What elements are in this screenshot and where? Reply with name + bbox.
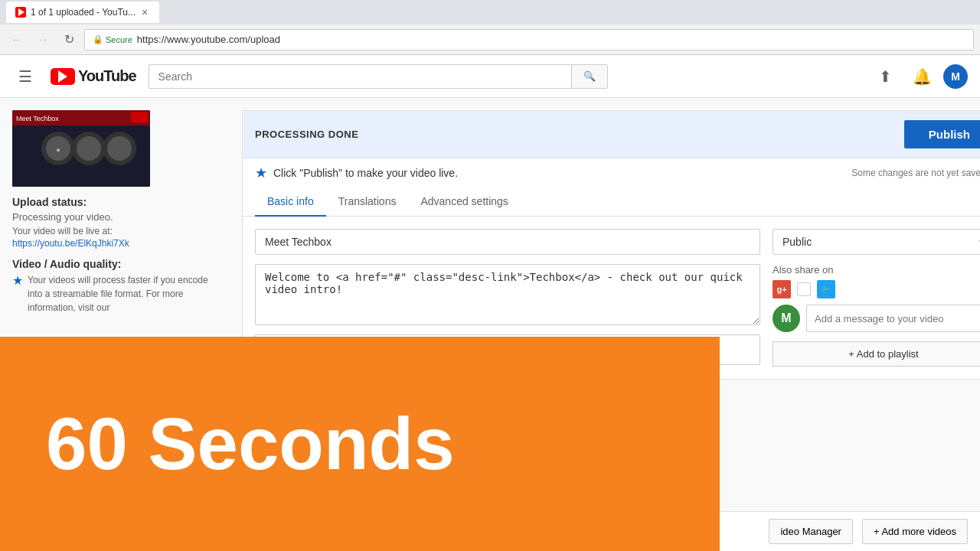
refresh-button[interactable]: ↻ xyxy=(58,29,80,51)
video-manager-label: ideo Manager xyxy=(780,526,841,537)
privacy-select[interactable]: Public Unlisted Private xyxy=(773,229,980,255)
youtube-logo[interactable]: YouTube xyxy=(51,67,136,85)
notification-bar: ★ Click "Publish" to make your video liv… xyxy=(243,158,980,187)
forward-button[interactable]: → xyxy=(32,29,54,51)
video-manager-button[interactable]: ideo Manager xyxy=(769,519,853,544)
svg-text:Meet Techbox: Meet Techbox xyxy=(16,115,59,122)
unsaved-changes-text: Some changes are not yet saved. xyxy=(851,168,980,178)
search-bar: 🔍 xyxy=(149,64,608,89)
bottom-bar: ideo Manager + Add more videos xyxy=(720,511,980,551)
publish-button[interactable]: Publish xyxy=(904,120,980,148)
user-avatar[interactable]: M xyxy=(943,64,968,89)
tab-favicon xyxy=(15,7,26,18)
youtube-logo-icon xyxy=(51,68,75,85)
youtube-header: ☰ YouTube 🔍 ⬆ 🔔 M xyxy=(0,55,980,98)
search-button[interactable]: 🔍 xyxy=(571,64,608,89)
tab-translations[interactable]: Translations xyxy=(326,187,409,217)
quality-section: Video / Audio quality: ★ Your videos wil… xyxy=(12,258,217,315)
youtube-logo-text: YouTube xyxy=(78,67,136,85)
live-at-label: Your video will be live at: xyxy=(12,226,217,236)
address-bar[interactable]: 🔒 Secure https://www.youtube.com/upload xyxy=(84,29,974,51)
svg-point-7 xyxy=(107,136,132,161)
notifications-icon-button[interactable]: 🔔 xyxy=(906,61,937,92)
tabs-bar: Basic info Translations Advanced setting… xyxy=(243,187,980,217)
privacy-wrapper: Public Unlisted Private xyxy=(773,229,980,255)
svg-rect-10 xyxy=(131,112,148,122)
svg-text:●: ● xyxy=(56,145,60,154)
back-button[interactable]: ← xyxy=(6,29,28,51)
twitter-share-button[interactable]: 🐦 xyxy=(817,280,835,298)
live-video-link[interactable]: https://youtu.be/ElKqJhki7Xk xyxy=(12,238,217,249)
google-plus-checkbox[interactable] xyxy=(797,282,811,296)
video-thumbnail: ● Meet Techbox xyxy=(12,110,150,187)
tab-basic-info[interactable]: Basic info xyxy=(255,187,326,217)
processing-status-text: PROCESSING DONE xyxy=(255,129,904,140)
overlay-text: 60 Seconds xyxy=(46,402,455,486)
add-more-videos-button[interactable]: + Add more videos xyxy=(862,519,968,544)
tab-title: 1 of 1 uploaded - YouTu... xyxy=(31,7,136,18)
youtube-play-icon xyxy=(58,70,67,83)
video-description-textarea[interactable]: Welcome to <a href="#" class="desc-link"… xyxy=(255,264,760,325)
upload-status-text: Processing your video. xyxy=(12,211,217,223)
share-row: g+ 🐦 xyxy=(773,280,980,298)
share-message-input[interactable] xyxy=(806,305,980,332)
notification-message: Click "Publish" to make your video live. xyxy=(273,167,845,179)
upload-status-section: Upload status: Processing your video. Yo… xyxy=(12,196,217,249)
also-share-label: Also share on xyxy=(773,264,980,276)
orange-overlay: 60 Seconds xyxy=(0,337,720,551)
form-right: Public Unlisted Private Also share on g+… xyxy=(773,229,980,367)
add-to-playlist-button[interactable]: + Add to playlist xyxy=(773,341,980,367)
quality-title: Video / Audio quality: xyxy=(12,258,217,270)
user-avatar-share: M xyxy=(773,305,800,332)
header-actions: ⬆ 🔔 M xyxy=(870,61,968,92)
upload-status-title: Upload status: xyxy=(12,196,217,208)
hamburger-menu-icon[interactable]: ☰ xyxy=(12,61,38,92)
quality-description: Your videos will process faster if you e… xyxy=(28,273,217,315)
share-message-row: M xyxy=(773,305,980,332)
secure-badge: 🔒 Secure xyxy=(93,34,132,44)
lock-icon: 🔒 xyxy=(93,34,103,44)
quality-star-icon: ★ xyxy=(12,273,23,288)
address-text: https://www.youtube.com/upload xyxy=(137,34,280,45)
search-input[interactable] xyxy=(149,64,571,89)
tab-close-button[interactable]: × xyxy=(142,6,148,18)
tab-advanced-settings[interactable]: Advanced settings xyxy=(408,187,520,217)
browser-tab[interactable]: 1 of 1 uploaded - YouTu... × xyxy=(6,2,159,23)
browser-title-bar: 1 of 1 uploaded - YouTu... × xyxy=(0,0,980,24)
video-title-input[interactable] xyxy=(255,229,760,255)
search-icon: 🔍 xyxy=(583,70,596,82)
share-section: Also share on g+ 🐦 M xyxy=(773,264,980,332)
browser-nav: ← → ↻ 🔒 Secure https://www.youtube.com/u… xyxy=(0,24,980,55)
star-icon: ★ xyxy=(255,165,267,181)
svg-point-5 xyxy=(77,136,101,161)
upload-icon-button[interactable]: ⬆ xyxy=(870,61,900,92)
processing-bar: PROCESSING DONE Publish xyxy=(243,111,980,158)
google-plus-share-button[interactable]: g+ xyxy=(773,280,791,298)
